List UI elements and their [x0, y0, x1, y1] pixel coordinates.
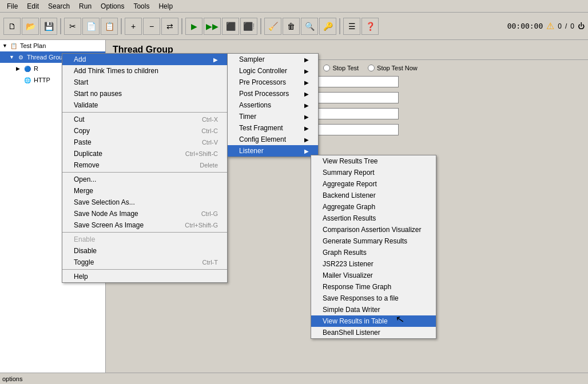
listener-mailer[interactable]: Mailer Visualizer — [311, 270, 436, 281]
separator-d — [62, 269, 227, 270]
start-no-pauses-label: Start no pauses — [74, 90, 122, 98]
cut-label: Cut — [74, 115, 85, 123]
listener-view-results-tree[interactable]: View Results Tree — [311, 155, 436, 167]
add-config-element[interactable]: Config Element ▶ — [228, 134, 318, 145]
save-responses-label: Save Responses to a file — [323, 294, 399, 302]
duplicate-shortcut: Ctrl+Shift-C — [185, 150, 218, 157]
jsr223-label: JSR223 Listener — [323, 260, 374, 268]
menu-item-start-no-pauses[interactable]: Start no pauses — [62, 88, 227, 99]
menu-item-merge[interactable]: Merge — [62, 185, 227, 197]
test-fragment-label: Test Fragment — [239, 124, 283, 132]
think-times-label: Add Think Times to children — [74, 67, 158, 75]
add-test-fragment[interactable]: Test Fragment ▶ — [228, 122, 318, 134]
copy-label: Copy — [74, 127, 90, 135]
validate-label: Validate — [74, 101, 98, 109]
add-assertions[interactable]: Assertions ▶ — [228, 99, 318, 111]
remove-shortcut: Delete — [200, 162, 218, 169]
timer-arrow-icon: ▶ — [304, 114, 309, 120]
save-screen-shortcut: Ctrl+Shift-G — [185, 222, 218, 229]
comparison-assertion-label: Comparison Assertion Visualizer — [323, 226, 422, 234]
add-timer[interactable]: Timer ▶ — [228, 111, 318, 122]
add-pre-processors[interactable]: Pre Processors ▶ — [228, 77, 318, 88]
aggregate-report-label: Aggregate Report — [323, 180, 377, 188]
response-time-label: Response Time Graph — [323, 283, 391, 291]
toggle-shortcut: Ctrl-T — [202, 259, 218, 266]
listener-simple-data-writer[interactable]: Simple Data Writer — [311, 304, 436, 315]
save-selection-label: Save Selection As... — [74, 198, 135, 206]
merge-label: Merge — [74, 187, 93, 195]
help-label: Help — [74, 273, 88, 281]
menu-item-remove[interactable]: Remove Delete — [62, 159, 227, 171]
sampler-arrow-icon: ▶ — [304, 57, 309, 63]
listener-arrow-icon: ▶ — [304, 148, 309, 154]
open-label: Open... — [74, 175, 96, 183]
paste-shortcut: Ctrl-V — [202, 139, 218, 146]
listener-view-results-table[interactable]: View Results in Table — [311, 315, 436, 327]
listener-beanshell[interactable]: BeanShell Listener — [311, 327, 436, 338]
menu-item-paste[interactable]: Paste Ctrl-V — [62, 137, 227, 148]
post-arrow-icon: ▶ — [304, 91, 309, 97]
menu-item-think-times[interactable]: Add Think Times to children — [62, 65, 227, 77]
mailer-label: Mailer Visualizer — [323, 271, 373, 279]
assertions-arrow-icon: ▶ — [304, 102, 309, 109]
listener-response-time[interactable]: Response Time Graph — [311, 281, 436, 293]
add-arrow-icon: ▶ — [213, 57, 218, 63]
submenu-listener: View Results Tree Summary Report Aggrega… — [311, 155, 436, 339]
add-sampler[interactable]: Sampler ▶ — [228, 54, 318, 65]
fragment-arrow-icon: ▶ — [304, 125, 309, 131]
listener-backend-listener[interactable]: Backend Listener — [311, 190, 436, 201]
copy-shortcut: Ctrl-C — [201, 127, 218, 134]
logic-controller-label: Logic Controller — [239, 67, 287, 75]
toggle-label: Toggle — [74, 258, 94, 266]
listener-save-responses[interactable]: Save Responses to a file — [311, 293, 436, 304]
add-listener[interactable]: Listener ▶ — [228, 145, 318, 157]
save-screen-image-label: Save Screen As Image — [74, 221, 144, 229]
separator-b — [62, 172, 227, 173]
menu-item-open[interactable]: Open... — [62, 174, 227, 185]
context-menu: Add ▶ Add Think Times to children Start … — [62, 53, 228, 283]
menu-item-cut[interactable]: Cut Ctrl-X — [62, 114, 227, 125]
beanshell-label: BeanShell Listener — [323, 329, 380, 337]
listener-aggregate-graph[interactable]: Aggregate Graph — [311, 201, 436, 213]
add-post-processors[interactable]: Post Processors ▶ — [228, 88, 318, 99]
menu-item-add[interactable]: Add ▶ — [62, 54, 227, 65]
listener-label: Listener — [239, 147, 264, 155]
menu-item-add-label: Add — [74, 55, 86, 63]
separator-a — [62, 112, 227, 113]
listener-jsr223[interactable]: JSR223 Listener — [311, 258, 436, 270]
sampler-label: Sampler — [239, 55, 265, 63]
start-label: Start — [74, 78, 88, 86]
view-results-table-label: View Results in Table — [323, 317, 388, 325]
menu-item-help[interactable]: Help — [62, 271, 227, 282]
save-node-shortcut: Ctrl-G — [201, 210, 218, 217]
listener-summary-report[interactable]: Summary Report — [311, 167, 436, 178]
post-processors-label: Post Processors — [239, 90, 289, 98]
menu-item-enable: Enable — [62, 234, 227, 245]
duplicate-label: Duplicate — [74, 150, 102, 158]
menu-item-disable[interactable]: Disable — [62, 245, 227, 257]
enable-label: Enable — [74, 235, 95, 243]
menu-item-duplicate[interactable]: Duplicate Ctrl+Shift-C — [62, 148, 227, 159]
listener-graph-results[interactable]: Graph Results — [311, 247, 436, 258]
listener-comparison-assertion[interactable]: Comparison Assertion Visualizer — [311, 224, 436, 235]
assertion-results-label: Assertion Results — [323, 214, 376, 222]
menu-item-toggle[interactable]: Toggle Ctrl-T — [62, 257, 227, 268]
menu-item-validate[interactable]: Validate — [62, 99, 227, 111]
add-logic-controller[interactable]: Logic Controller ▶ — [228, 65, 318, 77]
listener-aggregate-report[interactable]: Aggregate Report — [311, 178, 436, 190]
menu-item-start[interactable]: Start — [62, 77, 227, 88]
view-results-tree-label: View Results Tree — [323, 157, 378, 165]
config-element-label: Config Element — [239, 135, 286, 143]
assertions-label: Assertions — [239, 101, 271, 109]
menu-item-save-screen-image[interactable]: Save Screen As Image Ctrl+Shift-G — [62, 219, 227, 231]
remove-label: Remove — [74, 161, 100, 169]
logic-arrow-icon: ▶ — [304, 68, 309, 74]
menu-item-copy[interactable]: Copy Ctrl-C — [62, 125, 227, 137]
listener-assertion-results[interactable]: Assertion Results — [311, 213, 436, 224]
pre-processors-label: Pre Processors — [239, 78, 286, 86]
menu-item-save-node-image[interactable]: Save Node As Image Ctrl-G — [62, 208, 227, 219]
backend-listener-label: Backend Listener — [323, 191, 376, 199]
listener-generate-summary[interactable]: Generate Summary Results — [311, 235, 436, 247]
menu-item-save-selection[interactable]: Save Selection As... — [62, 197, 227, 208]
simple-data-writer-label: Simple Data Writer — [323, 306, 380, 314]
